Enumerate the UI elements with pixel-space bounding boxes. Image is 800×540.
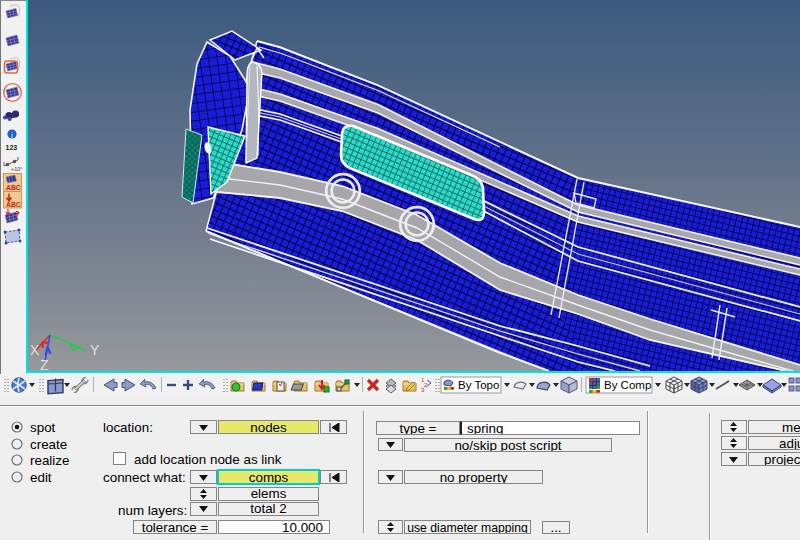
svg-text:123: 123 [6,144,18,151]
svg-text:Y: Y [90,342,100,358]
svg-text:By Comp: By Comp [604,379,651,391]
svg-text:Z: Z [40,357,49,373]
svg-text:+10°: +10° [11,166,23,172]
svg-text:By Topo: By Topo [458,379,499,391]
svg-text:i: i [11,131,13,140]
svg-text:X: X [30,342,40,358]
svg-text:ABC: ABC [6,184,21,191]
svg-text:ABC: ABC [6,201,21,208]
